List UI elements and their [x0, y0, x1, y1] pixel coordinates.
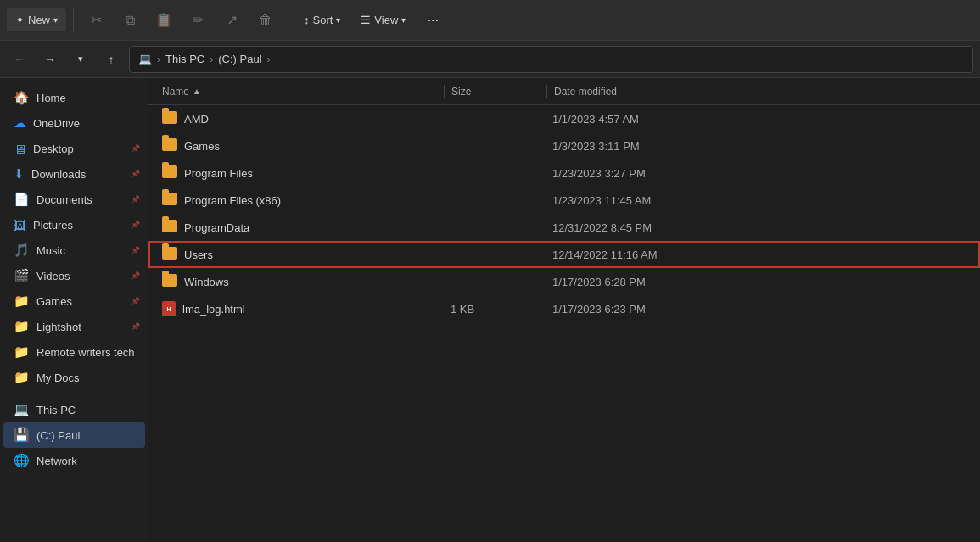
table-row[interactable]: Windows1/17/2023 6:28 PM: [148, 268, 980, 295]
sidebar-network-section: 🌐Network: [0, 448, 148, 473]
view-button[interactable]: ☰ View ▾: [352, 8, 414, 31]
file-name-cell-0: AMD: [155, 111, 444, 126]
sidebar-item-downloads[interactable]: ⬇Downloads📌: [3, 161, 145, 187]
folder-icon: [162, 111, 177, 126]
sidebar: 🏠Home☁OneDrive🖥Desktop📌⬇Downloads📌📄Docum…: [0, 78, 148, 542]
path-c-paul[interactable]: (C:) Paul: [218, 53, 261, 65]
view-label: View: [374, 14, 398, 26]
music-pin-icon: 📌: [131, 246, 140, 254]
sidebar-item-network[interactable]: 🌐Network: [3, 448, 145, 473]
address-path[interactable]: 💻 › This PC › (C:) Paul ›: [129, 46, 973, 73]
file-name-4: ProgramData: [184, 221, 249, 234]
desktop-label: Desktop: [33, 142, 74, 155]
up-button[interactable]: ↑: [98, 47, 124, 72]
file-date-6: 1/17/2023 6:28 PM: [546, 276, 973, 288]
path-sep-1: ›: [210, 53, 213, 65]
music-label: Music: [36, 244, 65, 257]
share-button[interactable]: ↗: [216, 5, 247, 36]
file-date-4: 12/31/2022 8:45 PM: [546, 221, 973, 234]
downloads-icon: ⬇: [14, 166, 25, 182]
table-row[interactable]: Hlma_log.html1 KB1/17/2023 6:23 PM: [148, 295, 980, 322]
rename-button[interactable]: ✏: [182, 5, 213, 36]
folder-icon: [162, 193, 177, 208]
sort-chevron-icon: ▾: [336, 15, 340, 25]
more-button[interactable]: ···: [417, 5, 448, 36]
file-name-cell-2: Program Files: [155, 165, 444, 181]
documents-icon: 📄: [14, 192, 30, 207]
pictures-icon: 🖼: [14, 218, 26, 232]
file-name-cell-3: Program Files (x86): [155, 193, 444, 208]
file-name-2: Program Files: [184, 167, 253, 180]
file-name-cell-5: Users: [155, 247, 444, 262]
sidebar-item-music[interactable]: 🎵Music📌: [3, 237, 145, 263]
sidebar-item-videos[interactable]: 🎬Videos📌: [3, 263, 145, 288]
table-row[interactable]: ProgramData12/31/2022 8:45 PM: [148, 214, 980, 241]
sidebar-item-this-pc[interactable]: 💻This PC: [3, 397, 145, 422]
file-area: Name ▲ Size Date modified AMD1/1/2023 4:…: [148, 78, 980, 542]
file-name-cell-1: Games: [155, 138, 444, 154]
sidebar-item-pictures[interactable]: 🖼Pictures📌: [3, 212, 145, 237]
html-file-icon: H: [162, 301, 176, 317]
c-paul-icon: 💾: [14, 427, 30, 443]
paste-button[interactable]: 📋: [148, 5, 179, 36]
my-docs-label: My Docs: [36, 372, 80, 384]
sidebar-item-onedrive[interactable]: ☁OneDrive: [3, 110, 145, 136]
path-sep-0: ›: [157, 53, 160, 65]
sidebar-this-pc-section: 💻This PC💾(C:) Paul: [0, 397, 148, 448]
table-row[interactable]: Games1/3/2023 3:11 PM: [148, 132, 980, 159]
file-name-5: Users: [184, 249, 213, 261]
desktop-pin-icon: 📌: [131, 144, 140, 153]
forward-button[interactable]: →: [37, 47, 63, 72]
cut-button[interactable]: ✂: [81, 5, 111, 36]
dropdown-button[interactable]: ▾: [68, 47, 93, 72]
file-name-cell-6: Windows: [155, 274, 444, 289]
view-chevron-icon: ▾: [401, 15, 406, 25]
back-button[interactable]: ←: [7, 47, 32, 72]
this-pc-label: This PC: [36, 404, 76, 416]
col-date-header[interactable]: Date modified: [547, 86, 973, 98]
col-date-label: Date modified: [554, 86, 617, 98]
sidebar-item-remote-writers[interactable]: 📁Remote writers tech: [3, 339, 145, 365]
games-pin-icon: 📌: [131, 297, 140, 305]
toolbar-sep-1: [73, 8, 74, 32]
file-date-3: 1/23/2023 11:45 AM: [546, 194, 973, 207]
games-label: Games: [36, 295, 72, 308]
sidebar-item-documents[interactable]: 📄Documents📌: [3, 187, 145, 212]
sidebar-item-desktop[interactable]: 🖥Desktop📌: [3, 136, 145, 161]
sort-icon: ↕: [304, 14, 310, 26]
file-date-1: 1/3/2023 3:11 PM: [546, 140, 973, 153]
sidebar-item-lightshot[interactable]: 📁Lightshot📌: [3, 314, 145, 339]
col-name-header[interactable]: Name ▲: [155, 86, 444, 98]
table-row[interactable]: Program Files (x86)1/23/2023 11:45 AM: [148, 187, 980, 214]
table-row[interactable]: AMD1/1/2023 4:57 AM: [148, 105, 980, 132]
file-date-7: 1/17/2023 6:23 PM: [546, 303, 973, 316]
home-label: Home: [36, 92, 66, 104]
sidebar-item-c-paul[interactable]: 💾(C:) Paul: [3, 422, 145, 448]
new-button[interactable]: ✦ New ▾: [7, 8, 66, 31]
col-size-header[interactable]: Size: [445, 86, 546, 98]
videos-icon: 🎬: [14, 268, 30, 283]
table-row[interactable]: Program Files1/23/2023 3:27 PM: [148, 159, 980, 187]
table-row[interactable]: Users12/14/2022 11:16 AM: [148, 241, 980, 268]
file-size-7: 1 KB: [444, 303, 546, 316]
sidebar-item-my-docs[interactable]: 📁My Docs: [3, 365, 145, 390]
sidebar-item-home[interactable]: 🏠Home: [3, 85, 145, 110]
file-date-0: 1/1/2023 4:57 AM: [546, 113, 973, 126]
copy-button[interactable]: ⧉: [115, 5, 145, 36]
remote-writers-label: Remote writers tech: [36, 346, 135, 359]
sidebar-item-games[interactable]: 📁Games📌: [3, 288, 145, 314]
folder-icon: [162, 247, 177, 262]
file-name-cell-7: Hlma_log.html: [155, 301, 444, 317]
file-rows: AMD1/1/2023 4:57 AM Games1/3/2023 3:11 P…: [148, 105, 980, 322]
path-this-pc[interactable]: This PC: [165, 53, 204, 65]
documents-label: Documents: [36, 193, 92, 206]
new-label: New: [28, 14, 50, 26]
onedrive-icon: ☁: [14, 115, 26, 131]
sort-button[interactable]: ↕ Sort ▾: [295, 8, 349, 31]
file-header: Name ▲ Size Date modified: [148, 78, 980, 105]
home-icon: 🏠: [14, 90, 30, 105]
lightshot-label: Lightshot: [36, 321, 81, 333]
my-docs-icon: 📁: [14, 370, 30, 385]
delete-button[interactable]: 🗑: [250, 5, 281, 36]
network-icon: 🌐: [14, 453, 30, 468]
